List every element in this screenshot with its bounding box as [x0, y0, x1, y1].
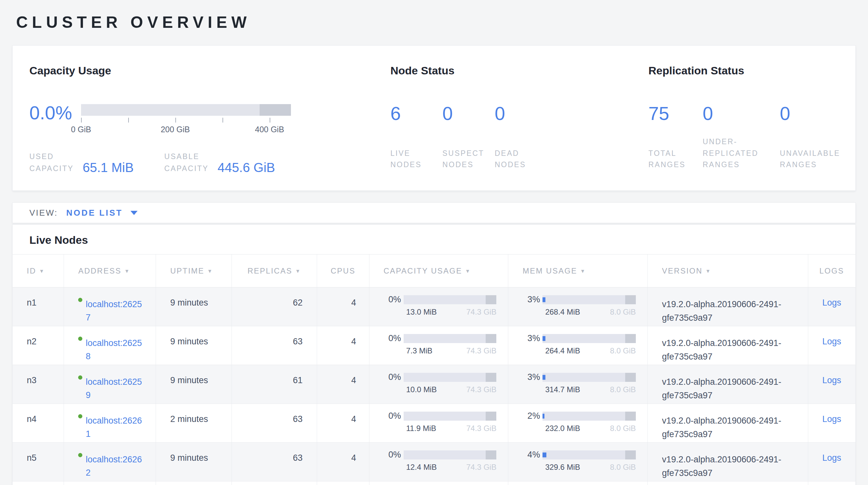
node-address-link[interactable]: localhost:26259 [86, 375, 146, 402]
node-uptime: 2 minutes [156, 404, 232, 443]
live-status-icon [78, 337, 82, 341]
capacity-total-value: 74.3 GiB [466, 346, 496, 355]
capacity-axis: 0 GiB 200 GiB 400 GiB [81, 118, 291, 136]
table-row: n1 localhost:26257 9 minutes 62 4 0% 13.… [12, 287, 856, 326]
logs-link[interactable]: Logs [822, 298, 841, 308]
mem-total-value: 8.0 GiB [610, 385, 636, 394]
node-id: n3 [12, 365, 64, 404]
capacity-used-value: 11.9 MiB [406, 424, 436, 433]
total-ranges-label: TOTAL RANGES [648, 148, 690, 171]
logs-link[interactable]: Logs [822, 453, 841, 463]
node-capacity-usage-cell: 0% 11.9 MiB 74.3 GiB [369, 404, 508, 443]
node-id: n2 [12, 326, 64, 365]
node-replicas: 62 [232, 287, 317, 326]
used-capacity-value: 65.1 MiB [83, 161, 134, 175]
node-cpus: 4 [317, 326, 369, 365]
column-header-address[interactable]: ADDRESS▼ [64, 254, 156, 287]
axis-tick [81, 118, 82, 122]
node-address-link[interactable]: localhost:26261 [86, 414, 146, 440]
mem-percent-label: 2% [521, 411, 542, 421]
mem-bar-fill [542, 336, 546, 341]
node-version: v19.2.0-alpha.20190606-2491-gfe735c9a97 [648, 443, 808, 481]
mem-bar-endcap [625, 450, 636, 459]
node-id: n4 [12, 404, 64, 443]
capacity-usage-bar [404, 295, 497, 304]
node-capacity-usage-cell: 0% 13.0 MiB 74.3 GiB [369, 287, 508, 326]
node-status-section: Node Status 6 LIVE NODES 0 SUSPECT NODES… [391, 64, 543, 171]
column-header-replicas[interactable]: REPLICAS▼ [232, 254, 317, 287]
node-address-link[interactable]: localhost:26262 [86, 453, 146, 479]
live-status-icon [78, 375, 82, 379]
mem-percent-label: 3% [521, 372, 542, 382]
mem-usage-bar [542, 373, 636, 382]
column-header-id[interactable]: ID▼ [12, 254, 64, 287]
capacity-total-value: 74.3 GiB [466, 463, 496, 472]
mem-bar-fill [542, 297, 546, 302]
dead-nodes-stat: 0 DEAD NODES [495, 104, 543, 171]
capacity-used-value: 7.3 MiB [406, 346, 432, 355]
mem-total-value: 8.0 GiB [610, 463, 636, 472]
live-nodes-table: ID▼ ADDRESS▼ UPTIME▼ REPLICAS▼ CPUS CAPA… [12, 254, 856, 485]
total-ranges-stat: 75 TOTAL RANGES [648, 104, 703, 171]
capacity-chart: 0.0% 0 GiB 200 GiB 400 GiB [29, 104, 355, 136]
mem-usage-bar [542, 295, 636, 304]
node-cpus: 4 [317, 287, 369, 326]
capacity-bar-endcap [486, 411, 496, 421]
mem-usage-bar [542, 411, 636, 421]
suspect-nodes-count: 0 [442, 104, 495, 123]
column-header-mem-usage[interactable]: MEM USAGE▼ [508, 254, 648, 287]
sort-icon: ▼ [124, 268, 130, 274]
axis-tick [270, 118, 270, 122]
logs-link[interactable]: Logs [822, 414, 841, 424]
node-logs-cell: Logs [808, 287, 856, 326]
under-replicated-label: UNDER-REPLICATED RANGES [703, 136, 769, 171]
unavailable-ranges-label: UNAVAILABLE RANGES [780, 148, 843, 171]
view-dropdown[interactable]: NODE LIST [66, 208, 123, 218]
mem-used-value: 268.4 MiB [545, 308, 580, 317]
capacity-percent: 0.0% [29, 104, 81, 122]
mem-total-value: 8.0 GiB [610, 346, 636, 355]
live-status-icon [78, 453, 82, 457]
mem-bar-fill [542, 413, 545, 419]
capacity-percent-label: 0% [382, 372, 404, 382]
cluster-overview-page: CLUSTER OVERVIEW Capacity Usage 0.0% [0, 0, 868, 485]
capacity-bar-usable-segment [81, 104, 259, 116]
used-capacity-stat: USED CAPACITY 65.1 MiB [29, 151, 134, 175]
used-capacity-label: USED CAPACITY [29, 151, 83, 175]
chevron-down-icon[interactable] [130, 211, 137, 215]
live-nodes-card: Live Nodes ID▼ ADDRESS▼ UPTIME▼ REPLICAS… [12, 224, 856, 485]
logs-link[interactable]: Logs [822, 337, 841, 346]
node-address-cell: localhost:26262 [64, 443, 156, 481]
node-logs-cell: Logs [808, 365, 856, 404]
node-logs-cell: Logs [808, 404, 856, 443]
usable-capacity-stat: USABLE CAPACITY 445.6 GiB [164, 151, 275, 175]
capacity-percent-label: 0% [382, 333, 404, 343]
capacity-used-value: 13.0 MiB [406, 308, 437, 317]
node-address-link[interactable]: localhost:26257 [86, 298, 146, 324]
live-nodes-count: 6 [391, 104, 442, 123]
mem-used-value: 314.7 MiB [545, 385, 580, 394]
capacity-total-value: 74.3 GiB [466, 308, 496, 317]
node-status-stats: 6 LIVE NODES 0 SUSPECT NODES 0 DEAD NODE… [391, 104, 543, 171]
node-address-cell: localhost:26259 [64, 365, 156, 404]
capacity-usage-section: Capacity Usage 0.0% 0 GiB 20 [29, 64, 355, 175]
column-header-capacity-usage[interactable]: CAPACITY USAGE▼ [369, 254, 508, 287]
capacity-percent-label: 0% [382, 450, 404, 460]
mem-used-value: 264.4 MiB [545, 346, 580, 355]
capacity-used-value: 12.4 MiB [406, 463, 437, 472]
node-id: n5 [12, 443, 64, 481]
dead-nodes-label: DEAD NODES [495, 148, 533, 171]
table-row: n2 localhost:26258 9 minutes 63 4 0% 7.3… [12, 326, 856, 365]
node-address-cell: localhost:26258 [64, 326, 156, 365]
capacity-usage-title: Capacity Usage [29, 64, 355, 77]
node-address-link[interactable]: localhost:26258 [86, 337, 146, 363]
logs-link[interactable]: Logs [822, 375, 841, 385]
axis-tick [175, 118, 176, 122]
column-header-cpus[interactable]: CPUS [317, 254, 369, 287]
table-row: n5 localhost:26262 9 minutes 63 4 0% 12.… [12, 443, 856, 481]
mem-bar-fill [542, 375, 546, 379]
column-header-uptime[interactable]: UPTIME▼ [156, 254, 232, 287]
node-mem-usage-cell: 3% 268.4 MiB 8.0 GiB [508, 287, 648, 326]
table-row: n4 localhost:26261 2 minutes 63 4 0% 11.… [12, 404, 856, 443]
column-header-version[interactable]: VERSION▼ [648, 254, 808, 287]
